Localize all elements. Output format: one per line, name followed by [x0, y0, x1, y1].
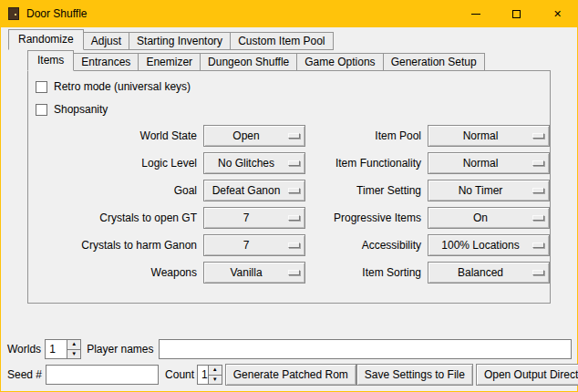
player-names-input[interactable] [159, 339, 573, 359]
tab-dungeon-shuffle[interactable]: Dungeon Shuffle [200, 53, 297, 71]
dropdown-indicator [532, 160, 544, 166]
goal-dropdown[interactable]: Defeat Ganon [203, 180, 305, 201]
tab-enemizer[interactable]: Enemizer [138, 53, 201, 71]
options-grid: World State Open Item Pool Normal Logic … [36, 125, 550, 284]
door-knob-icon [15, 14, 16, 15]
tab-adjust[interactable]: Adjust [83, 32, 129, 50]
timer-setting-label: Timer Setting [312, 184, 421, 197]
logic-level-dropdown[interactable]: No Glitches [203, 152, 305, 174]
item-functionality-label: Item Functionality [312, 157, 421, 170]
worlds-row: Worlds 1 ▲ ▼ Player names [7, 338, 572, 360]
dropdown-indicator [532, 242, 544, 248]
item-sorting-value: Balanced [428, 266, 532, 279]
dropdown-indicator [532, 270, 544, 275]
secondary-tabs: Items Entrances Enemizer Dungeon Shuffle… [27, 51, 485, 71]
item-pool-label: Item Pool [312, 129, 421, 142]
spin-down-icon[interactable]: ▼ [209, 375, 222, 385]
minimize-button[interactable] [455, 0, 496, 27]
progressive-items-value: On [428, 211, 532, 224]
close-button[interactable]: ✕ [537, 0, 578, 27]
world-state-dropdown[interactable]: Open [203, 125, 305, 147]
spin-up-icon[interactable]: ▲ [67, 340, 80, 349]
worlds-spinbox[interactable]: 1 ▲ ▼ [45, 339, 81, 359]
spin-down-icon[interactable]: ▼ [67, 349, 80, 359]
dropdown-indicator [288, 215, 300, 221]
primary-tabs: Randomize Adjust Starting Inventory Cust… [8, 30, 334, 50]
seed-input[interactable] [46, 365, 159, 385]
logic-level-label: Logic Level [36, 157, 197, 170]
spin-up-icon[interactable]: ▲ [209, 366, 222, 375]
tab-game-options[interactable]: Game Options [296, 53, 383, 71]
world-state-value: Open [204, 129, 288, 142]
shopsanity-checkbox[interactable] [36, 104, 47, 116]
dropdown-indicator [288, 270, 300, 275]
dropdown-indicator [288, 188, 300, 193]
tab-custom-item-pool[interactable]: Custom Item Pool [230, 32, 333, 50]
item-sorting-label: Item Sorting [312, 266, 421, 279]
count-value: 1 [198, 366, 208, 384]
shopsanity-row: Shopsanity [36, 100, 550, 119]
window-title: Door Shuffle [26, 7, 88, 20]
seed-label: Seed # [7, 368, 42, 381]
retro-mode-row: Retro mode (universal keys) [36, 77, 550, 96]
count-label: Count [165, 368, 194, 381]
dropdown-indicator [532, 215, 544, 221]
item-functionality-value: Normal [428, 157, 532, 170]
tab-starting-inventory[interactable]: Starting Inventory [129, 32, 231, 50]
crystals-open-gt-label: Crystals to open GT [36, 211, 197, 224]
retro-mode-label: Retro mode (universal keys) [54, 80, 191, 93]
app-icon [8, 7, 19, 20]
goal-label: Goal [36, 184, 197, 197]
open-output-directory-button[interactable]: Open Output Directory [476, 364, 578, 386]
progressive-items-label: Progressive Items [312, 211, 421, 224]
timer-setting-dropdown[interactable]: No Timer [428, 180, 550, 201]
dropdown-indicator [532, 188, 544, 193]
crystals-harm-ganon-dropdown[interactable]: 7 [203, 234, 305, 256]
close-icon: ✕ [553, 9, 562, 19]
count-spinbox[interactable]: 1 ▲ ▼ [197, 365, 222, 385]
player-names-label: Player names [87, 343, 153, 356]
weapons-value: Vanilla [204, 266, 288, 279]
item-pool-dropdown[interactable]: Normal [428, 125, 550, 147]
retro-mode-checkbox[interactable] [36, 81, 47, 93]
dropdown-indicator [288, 133, 300, 139]
minimize-icon [471, 14, 480, 15]
dropdown-indicator [532, 133, 544, 139]
crystals-open-gt-value: 7 [204, 211, 288, 224]
weapons-label: Weapons [36, 266, 197, 279]
crystals-harm-ganon-label: Crystals to harm Ganon [36, 239, 197, 252]
maximize-button[interactable] [496, 0, 537, 27]
logic-level-value: No Glitches [204, 157, 288, 170]
item-pool-value: Normal [428, 129, 532, 142]
item-sorting-dropdown[interactable]: Balanced [428, 262, 550, 284]
timer-setting-value: No Timer [428, 184, 532, 197]
worlds-spin-buttons: ▲ ▼ [67, 340, 80, 358]
maximize-icon [512, 10, 521, 18]
goal-value: Defeat Ganon [204, 184, 288, 197]
progressive-items-dropdown[interactable]: On [428, 207, 550, 229]
world-state-label: World State [36, 129, 197, 142]
worlds-label: Worlds [7, 343, 41, 356]
count-spin-buttons: ▲ ▼ [208, 366, 222, 384]
tab-items[interactable]: Items [27, 50, 74, 71]
crystals-harm-ganon-value: 7 [204, 239, 288, 252]
generate-patched-rom-button[interactable]: Generate Patched Rom [225, 364, 356, 386]
accessibility-label: Accessibility [312, 239, 421, 252]
save-settings-button[interactable]: Save Settings to File [356, 364, 473, 386]
dropdown-indicator [288, 160, 300, 166]
accessibility-dropdown[interactable]: 100% Locations [428, 234, 550, 256]
dropdown-indicator [288, 242, 300, 248]
tab-generation-setup[interactable]: Generation Setup [383, 53, 485, 71]
items-panel: Retro mode (universal keys) Shopsanity W… [27, 70, 551, 304]
accessibility-value: 100% Locations [428, 239, 532, 252]
window-controls: ✕ [455, 0, 578, 27]
crystals-open-gt-dropdown[interactable]: 7 [203, 207, 305, 229]
weapons-dropdown[interactable]: Vanilla [203, 262, 305, 284]
worlds-value: 1 [46, 340, 67, 358]
generate-row: Seed # Count 1 ▲ ▼ Generate Patched Rom … [7, 364, 572, 386]
titlebar[interactable]: Door Shuffle ✕ [0, 0, 578, 27]
item-functionality-dropdown[interactable]: Normal [428, 152, 550, 174]
tab-entrances[interactable]: Entrances [73, 53, 139, 71]
shopsanity-label: Shopsanity [54, 103, 108, 116]
tab-randomize[interactable]: Randomize [8, 29, 84, 50]
